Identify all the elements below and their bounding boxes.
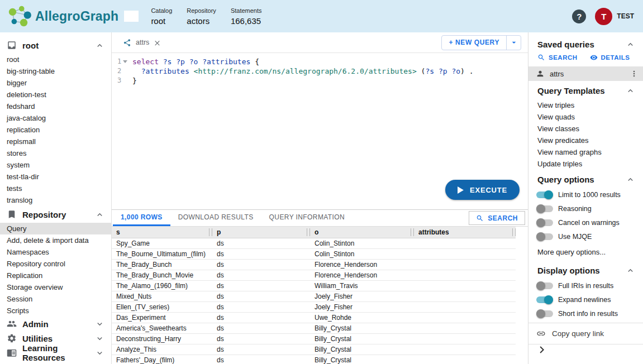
saved-queries-search-button[interactable]: SEARCH xyxy=(537,54,578,61)
sidebar-section-repository[interactable]: Repository xyxy=(0,206,111,223)
fold-arrow-icon[interactable] xyxy=(123,60,127,63)
results-search-button[interactable]: SEARCH xyxy=(469,211,525,225)
sidebar-item-root[interactable]: root xyxy=(0,54,111,65)
sidebar-item-test-tla-dir[interactable]: test-tla-dir xyxy=(0,171,111,183)
sidebar-section-admin[interactable]: Admin xyxy=(0,317,111,331)
table-cell: Joely_Fisher xyxy=(310,291,414,302)
sidebar-item-translog[interactable]: translog xyxy=(0,194,111,206)
sidebar-section-root[interactable]: root xyxy=(0,37,111,54)
table-row[interactable]: The_Brady_BunchdsFlorence_Henderson xyxy=(112,260,516,270)
option-use-mjqe: Use MJQE xyxy=(528,230,643,244)
sidebar-item-add-delete-import-data[interactable]: Add, delete & import data xyxy=(0,234,111,246)
display-options-header[interactable]: Display options xyxy=(528,261,643,279)
saved-queries-header[interactable]: Saved queries xyxy=(528,35,643,53)
table-row[interactable]: The_Alamo_(1960_film)dsWilliam_Travis xyxy=(112,281,516,291)
template-view-classes[interactable]: View classes xyxy=(528,123,643,135)
more-options-icon xyxy=(630,69,639,78)
sidebar-item-java-catalog[interactable]: java-catalog xyxy=(0,112,111,124)
option-full-iris-in-results: Full IRIs in results xyxy=(528,279,643,293)
results-tab-download-results[interactable]: DOWNLOAD RESULTS xyxy=(170,210,261,226)
copy-query-link-button[interactable]: Copy query link xyxy=(528,323,643,344)
results-tab-query-information[interactable]: QUERY INFORMATION xyxy=(261,210,353,226)
table-row[interactable]: Mixed_NutsdsJoely_Fisher xyxy=(112,291,516,302)
query-editor[interactable]: 123 select ?s ?p ?o ?attributes { ?attri… xyxy=(112,53,528,209)
toggle-use-mjqe[interactable] xyxy=(536,233,553,240)
sidebar-item-storage-overview[interactable]: Storage overview xyxy=(0,281,111,293)
close-tab-icon[interactable] xyxy=(154,39,161,46)
toggle-short-info-in-results[interactable] xyxy=(536,310,553,317)
results-tab-1-000-rows[interactable]: 1,000 ROWS xyxy=(113,210,170,226)
table-row[interactable]: The_Brady_Bunch_MoviedsFlorence_Henderso… xyxy=(112,270,516,281)
toggle-full-iris-in-results[interactable] xyxy=(536,282,553,289)
toggle-reasoning[interactable] xyxy=(536,205,553,212)
sidebar-item-fedshard[interactable]: fedshard xyxy=(0,100,111,112)
table-row[interactable]: The_Bourne_Ultimatum_(film)dsColin_Stint… xyxy=(112,249,516,260)
table-row[interactable]: Ellen_(TV_series)dsJoely_Fisher xyxy=(112,302,516,313)
query-options-header[interactable]: Query options xyxy=(528,170,643,188)
details-eye-icon xyxy=(590,54,598,61)
sidebar-item-big-string-table[interactable]: big-string-table xyxy=(0,65,111,77)
toggle-cancel-on-warnings[interactable] xyxy=(536,219,553,226)
column-header-p[interactable]: p xyxy=(212,227,310,238)
sidebar-section-learning-resources[interactable]: Learning Resources xyxy=(0,346,111,360)
query-templates-header[interactable]: Query Templates xyxy=(528,81,643,99)
template-view-named-graphs[interactable]: View named graphs xyxy=(528,146,643,158)
option-short-info-in-results: Short info in results xyxy=(528,307,643,321)
template-view-triples[interactable]: View triples xyxy=(528,99,643,111)
table-cell: Florence_Henderson xyxy=(310,270,414,281)
option-label: Reasoning xyxy=(558,205,592,213)
query-graph-icon xyxy=(123,39,131,47)
template-view-predicates[interactable]: View predicates xyxy=(528,135,643,146)
new-query-dropdown-button[interactable] xyxy=(506,36,521,50)
table-row[interactable]: Fathers'_Day_(film)dsBilly_Crystal xyxy=(112,355,516,364)
user-avatar[interactable]: T xyxy=(595,8,612,25)
toggle-expand-newlines[interactable] xyxy=(536,296,553,303)
template-view-quads[interactable]: View quads xyxy=(528,111,643,123)
table-cell: The_Brady_Bunch_Movie xyxy=(112,270,212,281)
sidebar-item-replsmall[interactable]: replsmall xyxy=(0,136,111,147)
execute-button[interactable]: EXECUTE xyxy=(445,180,520,200)
sidebar-item-system[interactable]: system xyxy=(0,159,111,171)
table-header-row: spoattributes xyxy=(112,227,516,238)
template-update-triples[interactable]: Update triples xyxy=(528,158,643,170)
column-header-s[interactable]: s xyxy=(112,227,212,238)
catalog-value[interactable]: root xyxy=(151,16,172,26)
code-line: select ?s ?p ?o ?attributes { xyxy=(132,57,474,66)
sidebar-item-session[interactable]: Session xyxy=(0,293,111,305)
sidebar-item-bigger[interactable]: bigger xyxy=(0,77,111,89)
sidebar-item-replication[interactable]: Replication xyxy=(0,270,111,281)
table-row[interactable]: America's_SweetheartsdsBilly_Crystal xyxy=(112,323,516,334)
sidebar-item-deletion-test[interactable]: deletion-test xyxy=(0,89,111,100)
line-number: 3 xyxy=(112,76,128,85)
column-header-o[interactable]: o xyxy=(310,227,414,238)
sidebar-item-tests[interactable]: tests xyxy=(0,183,111,194)
sidebar-item-scripts[interactable]: Scripts xyxy=(0,305,111,317)
collapse-panel-button[interactable] xyxy=(536,344,547,357)
saved-queries-details-button[interactable]: DETAILS xyxy=(590,54,630,61)
line-number: 1 xyxy=(112,57,128,66)
table-row[interactable]: Das_ExperimentdsUwe_Rohde xyxy=(112,313,516,323)
repository-value[interactable]: actors xyxy=(187,16,216,26)
tab-attrs[interactable]: attrs xyxy=(118,32,165,52)
table-row[interactable]: Spy_GamedsColin_Stinton xyxy=(112,238,516,249)
sidebar-item-stores[interactable]: stores xyxy=(0,147,111,159)
option-label: Limit to 1000 results xyxy=(558,191,621,199)
saved-queries-title: Saved queries xyxy=(537,40,594,49)
sidebar-item-namespaces[interactable]: Namespaces xyxy=(0,246,111,258)
results-tab-bar: 1,000 ROWSDOWNLOAD RESULTSQUERY INFORMAT… xyxy=(112,210,528,227)
sidebar-item-query[interactable]: Query xyxy=(0,223,111,234)
toggle-limit-to-1000-results[interactable] xyxy=(536,191,553,198)
table-row[interactable]: Deconstructing_HarrydsBilly_Crystal xyxy=(112,334,516,344)
table-row[interactable]: Analyze_ThisdsBilly_Crystal xyxy=(112,344,516,355)
help-button[interactable]: ? xyxy=(572,9,586,23)
sidebar-item-repository-control[interactable]: Repository control xyxy=(0,258,111,270)
new-query-button[interactable]: + NEW QUERY xyxy=(442,36,506,50)
column-header-attributes[interactable]: attributes xyxy=(414,227,516,238)
saved-query-item-attrs[interactable]: attrs xyxy=(528,66,643,81)
option-label: Expand newlines xyxy=(558,296,611,304)
more-query-options-link[interactable]: More query options... xyxy=(528,244,643,261)
chevron-down-icon xyxy=(95,348,104,358)
sidebar-item-replication[interactable]: replication xyxy=(0,124,111,136)
table-cell xyxy=(414,313,516,323)
toggle-knob xyxy=(544,295,553,304)
